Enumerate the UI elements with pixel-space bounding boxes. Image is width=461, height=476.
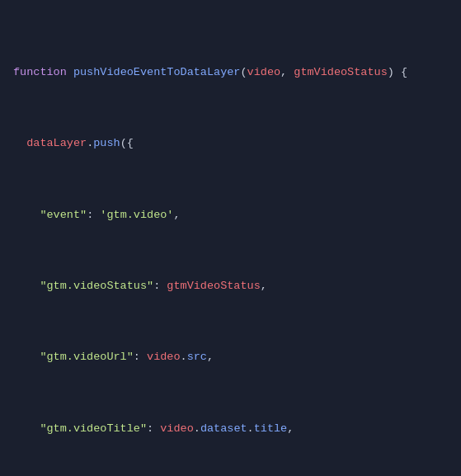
code-line-2: dataLayer.push({ bbox=[13, 134, 448, 153]
code-line-4: "gtm.videoStatus": gtmVideoStatus, bbox=[13, 277, 448, 295]
code-block: function pushVideoEventToDataLayer(video… bbox=[0, 0, 461, 476]
code-line-6: "gtm.videoTitle": video.dataset.title, bbox=[13, 420, 448, 438]
code-line-3: "event": 'gtm.video', bbox=[13, 206, 448, 224]
code-line-5: "gtm.videoUrl": video.src, bbox=[13, 348, 448, 366]
code-line-1: function pushVideoEventToDataLayer(video… bbox=[13, 64, 448, 82]
